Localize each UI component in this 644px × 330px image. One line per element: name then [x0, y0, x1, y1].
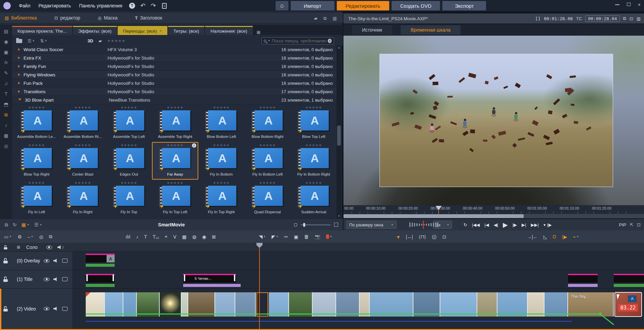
mark-in-icon[interactable]: ◥▼ [259, 234, 266, 240]
title-clip[interactable] [86, 274, 115, 287]
tile-rating-stars[interactable]: ★★★★★ [167, 143, 184, 147]
tag-filter-icon[interactable]: ▰ [98, 38, 102, 43]
speaker-icon[interactable] [53, 307, 58, 311]
export-button[interactable]: Экспорт [442, 1, 486, 10]
video-clip[interactable] [413, 292, 440, 317]
music-icon[interactable]: ♫ [2, 80, 10, 87]
redo-icon[interactable]: ↷ [148, 2, 159, 9]
trim-handle[interactable] [86, 274, 88, 281]
media-bins-icon[interactable]: ▤ [2, 28, 10, 35]
timecode-field[interactable]: 00:00:28.04 [585, 15, 619, 22]
transition-tile[interactable]: ★★★★★A⚡Edges Out [106, 142, 152, 180]
expand-icon[interactable] [18, 73, 20, 76]
tile-rating-stars[interactable]: ★★★★★ [167, 106, 184, 109]
next-frame-icon[interactable]: |▶ [513, 222, 517, 227]
close-button[interactable]: × [638, 2, 641, 7]
sync-icon[interactable]: ↻ [13, 222, 17, 227]
tile-rating-stars[interactable]: ★★★★★ [28, 106, 45, 109]
transition-tile[interactable]: ★★★★★A⚡Fly In Right [59, 180, 106, 217]
video-clip[interactable] [360, 292, 370, 317]
tab-mask[interactable]: ◎Маска [93, 13, 122, 23]
expand-icon[interactable] [18, 48, 20, 51]
voiceover-mic-icon[interactable]: ⌖ [165, 234, 167, 240]
view-mode-icon[interactable]: ☰▼ [28, 38, 35, 43]
sort-icon[interactable]: ⇅▼ [40, 38, 47, 43]
transition-tile[interactable]: ★★★★★A⚡Blow Top Right [13, 142, 59, 180]
multicam-icon[interactable]: ▦ [182, 234, 187, 240]
fullscreen-icon[interactable]: ⊡ [630, 16, 633, 21]
speaker-icon[interactable] [57, 245, 62, 249]
framerate-icon[interactable] [62, 259, 68, 263]
folder-row[interactable]: Family FunHollywoodFx for Studio16 элеме… [12, 62, 337, 71]
track-header-2[interactable]: (2) Video [0, 289, 72, 329]
discs-icon[interactable]: ◎ [2, 142, 10, 150]
mark-out-icon[interactable]: ◤▼ [272, 234, 279, 240]
3d-filter-button[interactable]: 3D [87, 38, 93, 43]
eye-icon[interactable] [44, 278, 49, 281]
scroll-up-icon[interactable]: ▲ [336, 45, 341, 50]
folder-row[interactable]: TransitionsHollywoodFx for Studio17 элем… [12, 87, 337, 96]
volume-keyframe-line[interactable] [86, 314, 600, 315]
collapse-icon[interactable] [18, 99, 22, 102]
preview-scroll-thumb[interactable] [344, 214, 524, 218]
trim-handle[interactable] [184, 274, 185, 281]
film-pen-icon[interactable]: ⊠ [212, 234, 216, 240]
collection-tab-4[interactable]: Наложения: (все) [205, 26, 252, 35]
tile-rating-stars[interactable]: ★★★★★ [74, 181, 91, 185]
clear-search-icon[interactable]: × [328, 39, 332, 43]
tab-source[interactable]: Источник [352, 25, 392, 35]
thumb-size-slider[interactable] [300, 224, 331, 225]
gear-icon[interactable]: ⚙ [17, 234, 22, 240]
video-clip[interactable] [235, 292, 256, 317]
tile-rating-stars[interactable]: ★★★★★ [121, 106, 137, 109]
video-clip[interactable] [105, 292, 123, 317]
track-lane-1[interactable] [72, 270, 644, 289]
transition-tile[interactable]: ★★★★★A⚡Quad Dispersal [244, 180, 290, 217]
menu-edit[interactable]: Редактировать [34, 3, 75, 8]
transition-tile[interactable]: ★★★★★A⚡Center Blast [59, 142, 106, 180]
video-clip[interactable] [160, 292, 182, 317]
video-clip[interactable] [528, 292, 545, 317]
prev-edit-icon[interactable]: |◀ [484, 222, 489, 227]
import-button[interactable]: Импорт [291, 1, 334, 10]
tag-icon[interactable]: ▰ [314, 16, 317, 21]
video-clip[interactable]: The-Sky... [568, 292, 614, 317]
zoom-fit-dropdown[interactable]: По размеру окна▼ [346, 221, 397, 229]
tab-timeline[interactable]: Временная шкала [401, 25, 460, 35]
notes-icon[interactable] [162, 3, 167, 9]
tile-rating-stars[interactable]: ★★★★★ [167, 181, 184, 185]
pop-out-icon[interactable]: ⧉ [323, 16, 326, 21]
speaker-icon[interactable] [53, 277, 58, 281]
video-clip[interactable] [256, 292, 268, 317]
tab-title[interactable]: TЗаголовок [130, 13, 167, 23]
info-icon[interactable]: i [192, 143, 196, 148]
video-clip[interactable] [477, 292, 497, 317]
video-clip[interactable] [123, 292, 137, 317]
title-clip[interactable]: 5 Четве... [183, 274, 236, 287]
tile-rating-stars[interactable]: ★★★★★ [213, 106, 230, 109]
trim-handle[interactable] [234, 274, 235, 281]
close-tab-icon[interactable]: × [160, 29, 162, 33]
folder-row[interactable]: Flying WindowsHollywoodFx for Studio16 э… [12, 71, 337, 79]
transition-tile[interactable]: ★★★★★A⚡Sudden Arrival [291, 180, 337, 217]
magnet-icon[interactable]: Ω [553, 234, 556, 240]
overwrite-icon[interactable]: ▣ [294, 234, 298, 240]
transition-tile[interactable]: ★★★★★A⚡Fly In Top Right [198, 180, 244, 217]
title-clip[interactable] [614, 274, 644, 287]
track-lane-0[interactable] [72, 252, 644, 270]
disc2-icon[interactable]: ◉ [202, 234, 206, 240]
title-clip[interactable]: A [86, 254, 115, 267]
lock-icon[interactable] [3, 306, 8, 311]
magic-wand-icon[interactable]: ⌁▼ [573, 234, 579, 240]
montage-icon[interactable]: ⬒ [2, 101, 10, 108]
video-clip[interactable] [289, 292, 313, 317]
video-clip[interactable] [370, 292, 413, 317]
red-marker-icon[interactable]: ▼ [326, 234, 332, 239]
rating-filter-stars[interactable]: ★★★★★ [107, 39, 125, 43]
transition-tile[interactable]: ★★★★★A⚡Assemble Bottom Ri... [59, 104, 106, 142]
expand-icon[interactable] [18, 57, 20, 59]
transition-tile[interactable]: ★★★★★A⚡Fly In Left [13, 180, 59, 217]
select-mode-icon[interactable]: ➤ [395, 233, 401, 240]
corrections-icon[interactable]: ✎ [2, 69, 10, 77]
keyframe-curve-icon[interactable]: Ⅴ [173, 234, 176, 240]
